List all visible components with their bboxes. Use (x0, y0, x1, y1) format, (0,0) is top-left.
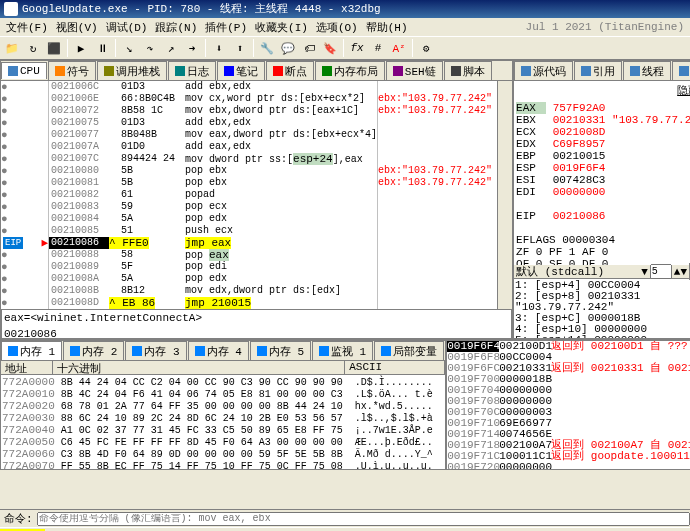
tab-笔记[interactable]: 笔记 (217, 61, 265, 81)
calling-convention[interactable]: 默认 (stdcall) (514, 264, 639, 279)
menu-favorites[interactable]: 收藏夹(I) (251, 20, 312, 35)
dump-col-hex: 十六进制 (53, 361, 345, 374)
info-addr: 00210086 (4, 328, 509, 340)
right-tabs: 源代码引用线程句柄 (514, 61, 690, 81)
main-tabs: CPU符号调用堆栈日志笔记断点内存布局SEH链脚本 (1, 61, 512, 81)
open-button[interactable]: 📁 (2, 38, 22, 58)
dump-view[interactable]: 772A0000 8B 44 24 04 CC C2 04 00 CC 90 C… (1, 375, 445, 469)
tab-源代码[interactable]: 源代码 (514, 61, 573, 81)
tab-调用堆栈[interactable]: 调用堆栈 (97, 61, 167, 81)
dump-header: 地址 十六进制 ASCII (1, 361, 445, 375)
stop-button[interactable]: ⬛ (44, 38, 64, 58)
tab-线程[interactable]: 线程 (623, 61, 671, 81)
dump-tab-0[interactable]: 内存 1 (1, 341, 62, 361)
hide-fpu-link[interactable]: 隐藏FPU (514, 81, 690, 100)
toolbar: 📁 ↻ ⬛ ▶ ⏸ ↘ ↷ ↗ ➜ ⬇ ⬆ 🔧 💬 🏷 🔖 fx # Aᶻ ⚙ (0, 36, 690, 60)
step-over-button[interactable]: ↷ (140, 38, 160, 58)
step-into-button[interactable]: ↘ (119, 38, 139, 58)
dump-tab-5[interactable]: 监视 1 (312, 341, 373, 361)
stack-pane: 0019F6F4002100D1返回到 002100D1 自 ???0019F6… (446, 340, 690, 470)
dump-tabs: 内存 1内存 2内存 3内存 4内存 5监视 1局部变量 (1, 341, 445, 361)
command-input[interactable] (37, 512, 690, 526)
arg-count-input[interactable] (650, 264, 672, 279)
disassembly-pane: CPU符号调用堆栈日志笔记断点内存布局SEH链脚本 ●●●●●●●●●●●●●E… (0, 60, 513, 340)
dump-tab-4[interactable]: 内存 5 (250, 341, 311, 361)
dump-tab-6[interactable]: 局部变量 (374, 341, 444, 361)
dump-tab-1[interactable]: 内存 2 (63, 341, 124, 361)
trace-over-button[interactable]: ⬆ (230, 38, 250, 58)
dump-col-addr: 地址 (1, 361, 53, 374)
run-button[interactable]: ▶ (71, 38, 91, 58)
menu-file[interactable]: 文件(F) (2, 20, 52, 35)
tab-脚本[interactable]: 脚本 (444, 61, 492, 81)
trace-into-button[interactable]: ⬇ (209, 38, 229, 58)
tab-日志[interactable]: 日志 (168, 61, 216, 81)
pause-button[interactable]: ⏸ (92, 38, 112, 58)
info-box: eax=<wininet.InternetConnectA> 00210086 (1, 309, 512, 339)
menu-plugins[interactable]: 插件(P) (201, 20, 251, 35)
comments-button[interactable]: 💬 (278, 38, 298, 58)
dump-col-ascii: ASCII (345, 361, 445, 374)
info-line: eax=<wininet.InternetConnectA> (4, 312, 509, 324)
build-date: Jul 1 2021 (TitanEngine) (522, 21, 688, 33)
registers-pane: 源代码引用线程句柄 隐藏FPU EAX 757F92A0 EBX 0021033… (513, 60, 690, 340)
menu-bar[interactable]: 文件(F) 视图(V) 调试(D) 跟踪(N) 插件(P) 收藏夹(I) 选项(… (0, 18, 690, 36)
app-icon (4, 2, 18, 16)
hash-button[interactable]: # (368, 38, 388, 58)
locals-header: 默认 (stdcall) ▼ ▲▼ 解锁 (514, 265, 690, 279)
labels-button[interactable]: 🏷 (299, 38, 319, 58)
menu-debug[interactable]: 调试(D) (102, 20, 152, 35)
menu-options[interactable]: 选项(O) (312, 20, 362, 35)
registers-view[interactable]: EAX 757F92A0 EBX 00210331 "103.79.77.242… (514, 100, 690, 265)
tab-符号[interactable]: 符号 (48, 61, 96, 81)
command-bar: 命令: (0, 509, 690, 527)
status-bar: 已暂停 INT3 断点于 00210086! 已调试时间: 0:00:19:10 (0, 527, 690, 531)
az-button[interactable]: Aᶻ (389, 38, 409, 58)
window-title: GoogleUpdate.exe - PID: 780 - 线程: 主线程 44… (22, 0, 381, 18)
scrollbar[interactable] (497, 81, 512, 309)
menu-view[interactable]: 视图(V) (52, 20, 102, 35)
dump-tab-2[interactable]: 内存 3 (125, 341, 186, 361)
command-label: 命令: (0, 511, 37, 526)
stack-view[interactable]: 0019F6F4002100D1返回到 002100D1 自 ???0019F6… (447, 341, 690, 469)
menu-trace[interactable]: 跟踪(N) (151, 20, 201, 35)
dump-tab-3[interactable]: 内存 4 (188, 341, 249, 361)
locals-view[interactable]: 1: [esp+4] 00CC00042: [esp+8] 00210331 "… (514, 279, 690, 339)
tab-内存布局[interactable]: 内存布局 (315, 61, 385, 81)
tab-引用[interactable]: 引用 (574, 61, 622, 81)
disassembly-view[interactable]: ●●●●●●●●●●●●●EIP▶●●●●●●●●●●●●●●●●●● 0021… (1, 81, 512, 309)
title-bar: GoogleUpdate.exe - PID: 780 - 线程: 主线程 44… (0, 0, 690, 18)
patches-button[interactable]: 🔧 (257, 38, 277, 58)
tab-句柄[interactable]: 句柄 (672, 61, 690, 81)
menu-help[interactable]: 帮助(H) (362, 20, 412, 35)
step-button[interactable]: ➜ (182, 38, 202, 58)
restart-button[interactable]: ↻ (23, 38, 43, 58)
settings-button[interactable]: ⚙ (416, 38, 436, 58)
fx-button[interactable]: fx (347, 38, 367, 58)
dump-pane: 内存 1内存 2内存 3内存 4内存 5监视 1局部变量 地址 十六进制 ASC… (0, 340, 446, 470)
bookmarks-button[interactable]: 🔖 (320, 38, 340, 58)
tab-SEH链[interactable]: SEH链 (386, 61, 443, 81)
step-out-button[interactable]: ↗ (161, 38, 181, 58)
tab-断点[interactable]: 断点 (266, 61, 314, 81)
tab-CPU[interactable]: CPU (1, 62, 47, 79)
